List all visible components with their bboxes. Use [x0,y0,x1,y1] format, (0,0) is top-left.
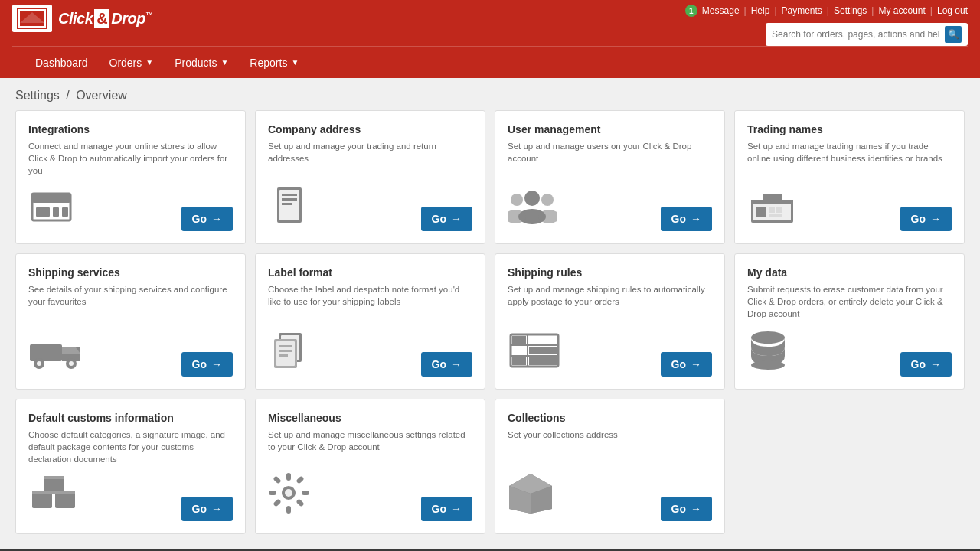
shipping-services-go-button[interactable]: Go → [181,352,233,377]
shipping-services-go-label: Go [192,358,207,370]
svg-point-59 [285,489,292,497]
svg-rect-48 [512,357,526,365]
trading-names-go-button[interactable]: Go → [900,207,952,231]
card-shipping-services-desc: See details of your shipping services an… [28,283,233,325]
svg-rect-39 [279,345,292,347]
trading-names-icon [747,186,797,231]
collections-go-button[interactable]: Go → [661,497,712,521]
shipping-rules-go-arrow: → [691,358,701,370]
breadcrumb-separator: / [66,89,69,102]
shipping-rules-go-button[interactable]: Go → [661,352,712,377]
svg-rect-6 [36,207,50,217]
company-address-go-button[interactable]: Go → [421,207,472,231]
svg-rect-26 [776,207,782,213]
svg-rect-66 [296,475,304,484]
svg-rect-24 [756,207,766,217]
trading-names-go-arrow: → [930,213,941,225]
integrations-go-button[interactable]: Go → [181,207,233,231]
card-trading-names-title: Trading names [747,123,952,135]
user-management-icon [508,186,557,231]
my-account-link[interactable]: My account [878,5,925,16]
svg-rect-41 [279,354,288,357]
card-shipping-services-title: Shipping services [28,266,233,279]
logo-icon [12,5,52,32]
shipping-services-go-arrow: → [211,358,222,370]
my-data-go-button[interactable]: Go → [900,352,952,377]
default-customs-go-label: Go [192,503,207,515]
label-format-go-button[interactable]: Go → [421,352,472,377]
products-dropdown-icon: ▼ [220,58,228,67]
help-link[interactable]: Help [751,5,770,16]
collections-go-arrow: → [691,503,701,515]
label-format-go-label: Go [432,358,446,370]
svg-rect-40 [279,350,292,352]
user-management-go-arrow: → [691,213,701,225]
card-user-management-desc: Set up and manage users on your Click & … [508,140,712,177]
svg-rect-38 [276,341,295,366]
svg-point-34 [69,361,74,366]
default-customs-go-button[interactable]: Go → [181,497,233,521]
card-miscellaneous-desc: Set up and manage miscellaneous settings… [268,429,472,463]
svg-rect-46 [512,336,526,344]
svg-rect-67 [273,498,281,507]
miscellaneous-go-arrow: → [451,503,462,515]
search-icon: 🔍 [948,29,959,40]
card-user-management-footer: Go → [508,186,712,231]
nav-products-label: Products [175,57,217,69]
card-collections: Collections Set your collections address… [495,399,725,534]
nav-orders[interactable]: Orders ▼ [99,47,165,79]
nav-dashboard[interactable]: Dashboard [24,47,99,79]
card-empty [734,399,965,534]
svg-rect-47 [529,347,557,354]
collections-go-label: Go [671,503,686,515]
svg-rect-23 [751,200,793,204]
search-input[interactable] [772,29,940,40]
card-company-address-footer: Go → [268,186,472,231]
header-top-right: 1 Message | Help | Payments | Settings |… [685,5,968,46]
header: Click&Drop™ 1 Message | Help | Payments … [0,0,980,78]
nav-reports[interactable]: Reports ▼ [239,47,309,79]
message-link[interactable]: Message [702,5,740,16]
svg-rect-5 [32,194,70,203]
svg-point-18 [541,194,554,206]
svg-point-50 [751,331,785,344]
card-label-format: Label format Choose the label and despat… [255,253,485,389]
svg-point-16 [511,194,523,206]
svg-rect-49 [529,357,557,365]
user-management-go-label: Go [671,213,686,225]
card-miscellaneous-title: Miscellaneous [268,412,472,424]
svg-rect-62 [269,491,276,495]
integrations-icon [28,186,74,231]
nav-products[interactable]: Products ▼ [164,47,239,79]
card-my-data-title: My data [747,266,952,279]
svg-rect-63 [302,491,309,495]
card-shipping-rules: Shipping rules Set up and manage shippin… [495,253,725,389]
royal-mail-logo-svg [17,8,47,29]
breadcrumb: Settings / Overview [0,78,980,110]
user-management-go-button[interactable]: Go → [661,207,712,231]
payments-link[interactable]: Payments [782,5,822,16]
svg-rect-60 [286,473,291,481]
my-data-go-arrow: → [930,358,941,370]
search-button[interactable]: 🔍 [945,26,962,43]
settings-grid: Integrations Connect and manage your onl… [0,110,980,549]
svg-point-14 [524,191,540,206]
reports-dropdown-icon: ▼ [291,58,299,67]
card-shipping-services: Shipping services See details of your sh… [15,253,246,389]
company-address-go-arrow: → [451,213,462,225]
card-label-format-desc: Choose the label and despatch note forma… [268,283,472,321]
card-miscellaneous: Miscellaneous Set up and manage miscella… [255,399,485,534]
card-miscellaneous-footer: Go → [268,472,472,521]
card-my-data-footer: Go → [747,330,952,377]
settings-link[interactable]: Settings [834,5,867,16]
card-user-management: User management Set up and manage users … [495,110,725,244]
card-company-address: Company address Set up and manage your t… [255,110,485,244]
svg-rect-12 [282,198,297,201]
logo-text: Click&Drop™ [58,10,152,28]
card-collections-footer: Go → [508,472,712,521]
default-customs-icon [28,474,78,521]
svg-rect-55 [32,491,75,494]
log-out-link[interactable]: Log out [937,5,968,16]
svg-rect-56 [44,476,64,479]
miscellaneous-go-button[interactable]: Go → [421,497,472,521]
